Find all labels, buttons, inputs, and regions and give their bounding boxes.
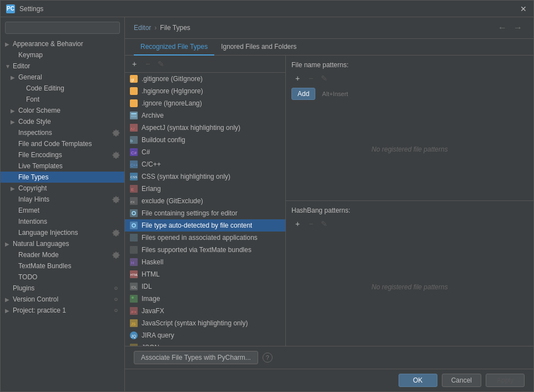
sidebar-item-natural-languages[interactable]: ▶ Natural Languages bbox=[1, 238, 124, 249]
apply-button[interactable]: Apply bbox=[486, 374, 525, 387]
close-button[interactable]: ✕ bbox=[519, 4, 528, 13]
sidebar-item-copyright[interactable]: ▶ Copyright bbox=[1, 183, 124, 194]
list-item[interactable]: AJ AspectJ (syntax highlighting only) bbox=[125, 122, 285, 134]
list-item[interactable]: b Buildout config bbox=[125, 134, 285, 146]
sidebar-item-project[interactable]: ▶ Project: practice 1 bbox=[1, 305, 124, 316]
file-list-toolbar: + − ✎ bbox=[125, 56, 285, 73]
gear-icon bbox=[112, 229, 120, 237]
expand-icon: ▶ bbox=[5, 241, 13, 247]
edit-filetype-button[interactable]: ✎ bbox=[155, 58, 167, 70]
list-item[interactable]: .hgignore (HgIgnore) bbox=[125, 85, 285, 97]
sidebar-item-file-encodings[interactable]: File Encodings bbox=[1, 149, 124, 160]
add-alt-insert-button[interactable]: Add bbox=[291, 88, 315, 100]
right-panel: Editor › File Types ← → Recognized File … bbox=[125, 17, 533, 391]
sidebar-item-color-scheme[interactable]: ▶ Color Scheme bbox=[1, 105, 124, 116]
sidebar-item-textmate-bundles[interactable]: TextMate Bundles bbox=[1, 260, 124, 272]
sidebar-item-inlay-hints[interactable]: Inlay Hints bbox=[1, 194, 124, 205]
file-type-name: .gitignore (GitIgnore) bbox=[142, 75, 203, 83]
panel-header: Editor › File Types ← → bbox=[125, 17, 533, 39]
sidebar-item-font[interactable]: Font bbox=[1, 94, 124, 105]
tab-ignored[interactable]: Ignored Files and Folders bbox=[214, 39, 303, 56]
app-icon: PC bbox=[6, 4, 15, 13]
expand-icon: ▶ bbox=[5, 41, 13, 47]
sidebar-item-intentions[interactable]: Intentions bbox=[1, 216, 124, 227]
list-item[interactable]: IDL IDL bbox=[125, 280, 285, 293]
list-item[interactable]: JS JavaScript (syntax highlighting only) bbox=[125, 317, 285, 329]
search-box: 🔍 bbox=[1, 17, 124, 38]
help-icon[interactable]: ? bbox=[263, 353, 273, 363]
tabs-bar: Recognized File Types Ignored Files and … bbox=[125, 39, 533, 56]
sidebar-item-code-editing[interactable]: Code Editing bbox=[1, 83, 124, 94]
file-type-icon: HTML bbox=[129, 270, 138, 279]
sidebar-item-label: Version Control bbox=[13, 295, 112, 303]
list-item[interactable]: JFX JavaFX bbox=[125, 305, 285, 317]
edit-pattern-button[interactable]: ✎ bbox=[318, 72, 330, 84]
list-item[interactable]: HTML HTML bbox=[125, 268, 285, 280]
add-pattern-button[interactable]: + bbox=[291, 72, 304, 84]
associate-button[interactable]: Associate File Types with PyCharm... bbox=[134, 351, 258, 364]
list-item[interactable]: .ignore (IgnoreLang) bbox=[125, 97, 285, 109]
sidebar-item-keymap[interactable]: Keymap bbox=[1, 49, 124, 61]
sidebar-item-version-control[interactable]: ▶ Version Control bbox=[1, 294, 124, 305]
file-list: gi .gitignore (GitIgnore) .hgignore (HgI… bbox=[125, 73, 285, 346]
sidebar-item-emmet[interactable]: Emmet bbox=[1, 205, 124, 216]
add-filetype-button[interactable]: + bbox=[128, 58, 140, 70]
list-item[interactable]: H Haskell bbox=[125, 256, 285, 268]
remove-pattern-button[interactable]: − bbox=[305, 72, 317, 84]
sidebar-item-label: General bbox=[18, 73, 120, 81]
sidebar-item-file-code-templates[interactable]: File and Code Templates bbox=[1, 138, 124, 149]
sidebar-item-appearance[interactable]: ▶ Appearance & Behavior bbox=[1, 38, 124, 49]
list-item[interactable]: JQ JIRA query bbox=[125, 329, 285, 341]
sidebar-item-label: Intentions bbox=[18, 218, 120, 225]
tab-recognized[interactable]: Recognized File Types bbox=[134, 39, 214, 56]
file-type-icon: JS bbox=[129, 319, 138, 328]
expand-icon: ▶ bbox=[11, 74, 18, 81]
list-item[interactable]: CSS CSS (syntax highlighting only) bbox=[125, 170, 285, 183]
cancel-button[interactable]: Cancel bbox=[442, 374, 481, 387]
sidebar-item-general[interactable]: ▶ General bbox=[1, 72, 124, 83]
sidebar-item-language-injections[interactable]: Language Injections bbox=[1, 227, 124, 238]
list-item[interactable]: JSON JSON bbox=[125, 341, 285, 346]
remove-filetype-button[interactable]: − bbox=[142, 58, 154, 70]
add-hashbang-button[interactable]: + bbox=[291, 218, 304, 230]
sidebar-item-label: Live Templates bbox=[18, 162, 120, 170]
sidebar-item-todo[interactable]: TODO bbox=[1, 272, 124, 283]
file-type-name: exclude (GitExclude) bbox=[142, 197, 203, 205]
sidebar-item-label: TODO bbox=[18, 273, 120, 281]
list-item[interactable]: File containing settings for editor bbox=[125, 207, 285, 219]
file-type-icon: C++ bbox=[129, 160, 138, 169]
list-item[interactable]: E Erlang bbox=[125, 183, 285, 195]
file-type-icon: JFX bbox=[129, 306, 138, 315]
file-type-name: C# bbox=[142, 148, 150, 156]
sidebar-item-reader-mode[interactable]: Reader Mode bbox=[1, 249, 124, 260]
remove-hashbang-button[interactable]: − bbox=[305, 218, 317, 230]
list-item[interactable]: Image bbox=[125, 293, 285, 305]
list-item[interactable]: gi .gitignore (GitIgnore) bbox=[125, 73, 285, 85]
nav-forward-button[interactable]: → bbox=[511, 22, 525, 34]
svg-text:E: E bbox=[131, 187, 134, 192]
sidebar-item-label: File and Code Templates bbox=[18, 140, 120, 148]
list-item[interactable]: Files supported via TextMate bundles bbox=[125, 244, 285, 256]
list-item[interactable]: Files opened in associated applications bbox=[125, 232, 285, 244]
edit-hashbang-button[interactable]: ✎ bbox=[318, 218, 330, 230]
file-type-icon bbox=[129, 99, 138, 108]
sidebar-item-label: Inspections bbox=[18, 129, 112, 137]
file-type-icon: b bbox=[129, 135, 138, 144]
nav-back-button[interactable]: ← bbox=[496, 22, 509, 34]
sidebar-item-code-style[interactable]: ▶ Code Style bbox=[1, 116, 124, 127]
sidebar-item-plugins[interactable]: Plugins bbox=[1, 283, 124, 294]
list-item[interactable]: C# C# bbox=[125, 146, 285, 158]
sidebar-item-label: Project: practice 1 bbox=[13, 306, 112, 314]
svg-text:ex: ex bbox=[130, 200, 135, 204]
ok-button[interactable]: OK bbox=[399, 374, 437, 387]
list-item[interactable]: ex exclude (GitExclude) bbox=[125, 195, 285, 207]
list-item[interactable]: File type auto-detected by file content bbox=[125, 219, 285, 232]
sidebar-item-inspections[interactable]: Inspections bbox=[1, 127, 124, 138]
search-input[interactable] bbox=[5, 22, 120, 34]
list-item[interactable]: C++ C/C++ bbox=[125, 158, 285, 170]
list-item[interactable]: Archive bbox=[125, 109, 285, 122]
sidebar-item-live-templates[interactable]: Live Templates bbox=[1, 160, 124, 172]
sidebar-item-editor[interactable]: ▼ Editor bbox=[1, 61, 124, 72]
sidebar-item-file-types[interactable]: File Types bbox=[1, 172, 124, 183]
sidebar-item-label: Appearance & Behavior bbox=[13, 40, 120, 48]
